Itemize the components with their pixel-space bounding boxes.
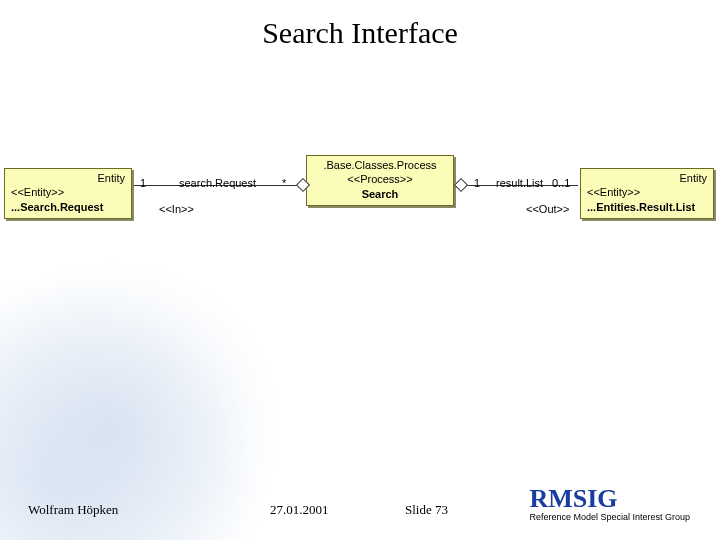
uml-process-search: .Base.Classes.Process <<Process>> Search (306, 155, 454, 206)
uml-box-stereotype: <<Process>> (307, 172, 453, 186)
slide-title: Search Interface (0, 16, 720, 50)
dependency-label-out: <<Out>> (526, 203, 569, 215)
aggregation-diamond-right (454, 178, 468, 192)
assoc-mult-left-end: * (282, 177, 286, 189)
uml-box-stereotype: <<Entity>> (581, 185, 713, 199)
uml-entity-result-list: Entity <<Entity>> ...Entities.Result.Lis… (580, 168, 714, 219)
uml-box-stereotype: <<Entity>> (5, 185, 131, 199)
footer-logo: RMSIG Reference Model Special Interest G… (529, 486, 690, 522)
footer-date: 27.01.2001 (270, 502, 329, 518)
assoc-mult-right-start: 1 (474, 177, 480, 189)
assoc-label-left: search.Request (179, 177, 256, 189)
assoc-mult-left: 1 (140, 177, 146, 189)
logo-subtitle: Reference Model Special Interest Group (529, 512, 690, 522)
footer: Wolfram Höpken 27.01.2001 Slide 73 RMSIG… (0, 492, 720, 540)
assoc-mult-right-end: 0..1 (552, 177, 570, 189)
uml-box-name: ...Entities.Result.List (581, 199, 713, 218)
dependency-label-in: <<In>> (159, 203, 194, 215)
assoc-label-right: result.List (496, 177, 543, 189)
uml-box-name: ...Search.Request (5, 199, 131, 218)
uml-box-label: .Base.Classes.Process (307, 156, 453, 172)
footer-slide-number: Slide 73 (405, 502, 448, 518)
uml-diagram: Entity <<Entity>> ...Search.Request .Bas… (4, 155, 716, 275)
uml-box-name: Search (307, 186, 453, 205)
uml-entity-search-request: Entity <<Entity>> ...Search.Request (4, 168, 132, 219)
uml-box-label: Entity (5, 169, 131, 185)
footer-author: Wolfram Höpken (28, 502, 118, 518)
uml-box-label: Entity (581, 169, 713, 185)
logo-text: RMSIG (529, 486, 690, 512)
